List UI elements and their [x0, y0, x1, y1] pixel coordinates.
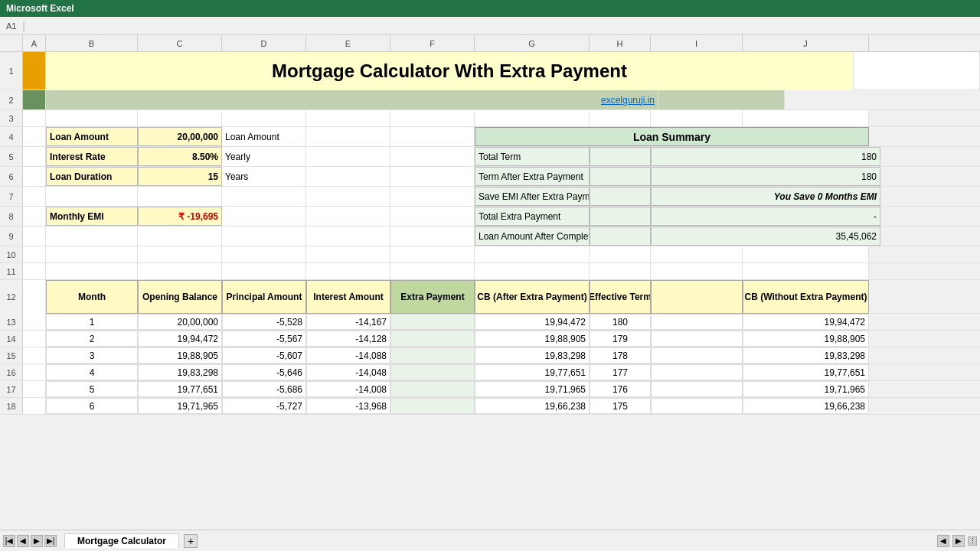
col-header-interest: Interest Amount: [306, 280, 390, 314]
cell-b3: [46, 110, 138, 126]
cell-d8: [222, 207, 306, 226]
row-13: 13 1 20,00,000 -5,528 -14,167 19,94,472 …: [0, 314, 980, 331]
header-extra: Extra Payment: [400, 292, 464, 302]
cell-b9: [46, 227, 138, 246]
cell-extra-4: [390, 364, 475, 380]
term-extra-label: Term After Extra Payment: [479, 171, 583, 182]
cell-f5: [390, 147, 475, 166]
cell-eff-term-4: 177: [590, 364, 651, 380]
cell-i12: [651, 280, 743, 314]
sheet-body: 1 Mortgage Calculator With Extra Payment…: [0, 52, 980, 530]
cell-opening-1: 20,00,000: [138, 314, 222, 330]
cell-a14: [23, 331, 46, 347]
cell-month-1: 1: [46, 314, 138, 330]
cell-i14: [651, 331, 743, 347]
total-term-label: Total Term: [479, 152, 521, 162]
term-extra-value: 180: [861, 171, 877, 182]
cell-extra-3: [390, 347, 475, 364]
sheet-tab-bar: |◀ ◀ ▶ ▶| Mortgage Calculator + ◀ ▶ ⋮: [0, 530, 980, 551]
cell-extra-6: [390, 398, 475, 414]
cell-opening-6: 19,71,965: [138, 398, 222, 414]
row-9: 9 Loan Amount After Completion 35,45,062: [0, 227, 980, 246]
cell-f9: [390, 227, 475, 246]
monthly-emi-value: ₹ -19,695: [178, 211, 218, 222]
cell-eff-term-6: 175: [590, 398, 651, 414]
cell-f10: [390, 246, 475, 262]
header-opening: Opening Balance: [142, 292, 217, 302]
cell-duration-label: Loan Duration: [46, 167, 138, 186]
row-3: 3: [0, 110, 980, 127]
sheet-tab-mortgage[interactable]: Mortgage Calculator: [64, 533, 179, 548]
cell-loan-amount-value[interactable]: 20,00,000: [138, 127, 222, 146]
total-extra-value: -: [874, 211, 877, 222]
cell-f4: [390, 127, 475, 146]
row-2: 2 excelguruji.in: [0, 90, 980, 110]
cell-opening-3: 19,88,905: [138, 347, 222, 364]
loan-amount-value: 20,00,000: [178, 132, 218, 142]
scroll-right-btn[interactable]: ▶: [952, 535, 965, 547]
cell-cb-after-1: 19,94,472: [475, 314, 590, 330]
cell-i18: [651, 398, 743, 414]
cell-principal-1: -5,528: [222, 314, 306, 330]
cell-duration-value[interactable]: 15: [138, 167, 222, 186]
add-sheet-button[interactable]: +: [184, 534, 198, 548]
cell-e4: [306, 127, 390, 146]
total-extra-label: Total Extra Payment: [479, 211, 560, 222]
row-num-2: 2: [0, 90, 23, 109]
header-month: Month: [78, 292, 106, 302]
tab-nav-last[interactable]: ▶|: [44, 535, 57, 547]
row-num-16: 16: [0, 364, 23, 380]
sheet-tab-label: Mortgage Calculator: [77, 536, 166, 546]
cell-title: Mortgage Calculator With Extra Payment: [46, 52, 854, 90]
cell-a11: [23, 263, 46, 279]
cell-opening-2: 19,94,472: [138, 331, 222, 347]
cell-f3: [390, 110, 475, 126]
cell-c11: [138, 263, 222, 279]
tab-nav-next[interactable]: ▶: [31, 535, 43, 547]
cell-i10: [651, 246, 743, 262]
cell-interest-value[interactable]: 8.50%: [138, 147, 222, 166]
cell-save-emi-value: You Save 0 Months EMI: [651, 187, 880, 206]
header-interest: Interest Amount: [313, 292, 384, 302]
cell-i13: [651, 314, 743, 330]
cell-a9: [23, 227, 46, 246]
row-15: 15 3 19,88,905 -5,607 -14,088 19,83,298 …: [0, 347, 980, 364]
cell-cb-without-5: 19,71,965: [743, 381, 869, 397]
cell-opening-5: 19,77,651: [138, 381, 222, 397]
cell-a17: [23, 381, 46, 397]
cell-g11: [475, 263, 590, 279]
row-num-15: 15: [0, 347, 23, 364]
cell-i17: [651, 381, 743, 397]
cell-interest-1: -14,167: [306, 314, 390, 330]
sheet-options-btn[interactable]: ⋮: [968, 536, 977, 546]
cell-term-extra-label: Term After Extra Payment: [475, 167, 590, 186]
cell-loan-completion-label: Loan Amount After Completion: [475, 227, 590, 246]
interest-rate-label: Interest Rate: [50, 152, 106, 162]
cell-interest-2: -14,128: [306, 331, 390, 347]
cell-e3: [306, 110, 390, 126]
cell-ref: A1: [6, 21, 16, 31]
row-10: 10: [0, 246, 980, 263]
cell-h5: [590, 147, 651, 166]
cell-emi-label: Monthly EMI: [46, 207, 138, 226]
loan-completion-value: 35,45,062: [836, 231, 877, 242]
cell-d7: [222, 187, 306, 206]
cell-d4: Loan Amount: [222, 127, 306, 146]
row-num-14: 14: [0, 331, 23, 347]
cell-e10: [306, 246, 390, 262]
row-4: 4 Loan Amount 20,00,000 Loan Amount Loan…: [0, 127, 980, 147]
cell-h8: [590, 207, 651, 226]
scroll-left-btn[interactable]: ◀: [937, 535, 949, 547]
cell-link: excelguruji.in: [46, 90, 658, 109]
cell-h9: [590, 227, 651, 246]
cell-eff-term-1: 180: [590, 314, 651, 330]
tab-nav-first[interactable]: |◀: [3, 535, 15, 547]
website-link[interactable]: excelguruji.in: [601, 95, 655, 106]
cell-extra-2: [390, 331, 475, 347]
row-num-6: 6: [0, 167, 23, 186]
cell-h11: [590, 263, 651, 279]
interest-rate-desc: Yearly: [225, 152, 250, 162]
cell-a7: [23, 187, 46, 206]
cell-cb-after-6: 19,66,238: [475, 398, 590, 414]
tab-nav-prev[interactable]: ◀: [17, 535, 29, 547]
